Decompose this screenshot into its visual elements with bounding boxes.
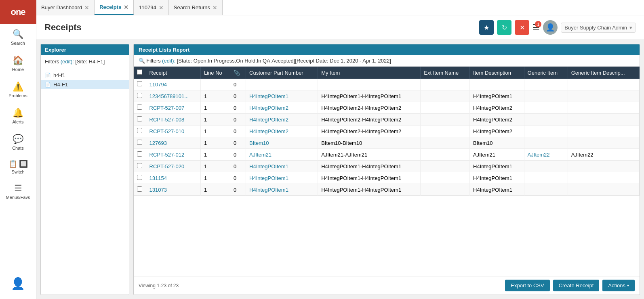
tab-receipts[interactable]: Receipts ✕ (95, 0, 134, 15)
sidebar-item-search-label: Search (11, 41, 25, 46)
generic-item-desc-cell (568, 90, 639, 102)
attachment-cell: 0 (230, 125, 246, 137)
attachment-cell: 0 (230, 184, 246, 196)
generic-item-desc-cell (568, 114, 639, 125)
row-checkbox[interactable] (137, 186, 142, 192)
row-checkbox[interactable] (137, 175, 142, 180)
sidebar-item-problems[interactable]: ⚠️ Problems (0, 77, 36, 103)
user-bottom-icon: 👤 (11, 277, 25, 290)
sidebar-item-chats[interactable]: 💬 Chats (0, 129, 36, 155)
table-row: RCPT-527-01210AJItem21AJItem21-AJItem21A… (134, 149, 640, 161)
row-checkbox[interactable] (137, 116, 142, 121)
receipt-link[interactable]: RCPT-527-012 (149, 152, 185, 158)
receipt-link[interactable]: 123456789101... (149, 93, 189, 99)
sidebar-bottom: 👤 (11, 272, 25, 299)
sidebar-item-home[interactable]: 🏠 Home (0, 50, 36, 77)
menu-button[interactable]: ☰ 1 (532, 23, 540, 32)
item-desc-cell: H4IntegPOItem2 (470, 125, 524, 137)
receipts-table: Receipt Line No 📎 Customer Part Number M… (134, 67, 640, 196)
receipt-link[interactable]: 131154 (149, 175, 167, 181)
tree-item-H4F1-upper[interactable]: 📄 H4-F1 (41, 80, 129, 89)
report-filters-edit[interactable]: (edit): (162, 58, 175, 64)
sidebar-item-menus-label: Menus/Favs (6, 195, 30, 200)
refresh-button[interactable]: ↻ (497, 20, 511, 35)
explorer-filters-edit[interactable]: (edit): (61, 59, 74, 65)
customer-part-link[interactable]: H4IntegPOItem1 (249, 93, 288, 99)
attachment-cell: 0 (230, 102, 246, 114)
item-desc-cell: H4IntegPOItem1 (470, 161, 524, 172)
customer-part-link[interactable]: H4IntegPOItem2 (249, 105, 288, 111)
customer-part-link[interactable]: H4IntegPOItem1 (249, 163, 288, 169)
table-row: RCPT-527-00710H4IntegPOItem2H4IntegPOIte… (134, 102, 640, 114)
line-no-cell: 1 (200, 184, 230, 196)
row-checkbox[interactable] (137, 105, 142, 110)
export-csv-button[interactable]: Export to CSV (505, 280, 549, 291)
customer-part-link[interactable]: H4IntegPOItem1 (249, 175, 288, 181)
report-header: Receipt Lists Report (134, 44, 640, 55)
row-checkbox[interactable] (137, 93, 142, 98)
tree-item-h4f1-lower[interactable]: 📄 h4-f1 (41, 71, 129, 80)
ext-item-cell (421, 114, 470, 125)
report-filter-icon: 🔍 (139, 58, 145, 64)
header-actions: ★ ↻ ✕ ☰ 1 👤 Buyer Supply Chain Admin ▾ (479, 20, 636, 35)
sidebar-item-user-icon[interactable]: 👤 (11, 272, 25, 295)
file-icon-selected: 📄 (45, 82, 51, 88)
file-icon: 📄 (45, 73, 51, 78)
my-item-cell: H4IntegPOItem2-H4IntegPOItem2 (318, 125, 421, 137)
report-footer: Viewing 1-23 of 23 Export to CSV Create … (134, 276, 640, 295)
tab-receipts-close[interactable]: ✕ (124, 4, 128, 10)
row-checkbox[interactable] (137, 163, 142, 168)
row-checkbox[interactable] (137, 151, 142, 157)
explorer-filters-value: [Site: H4-F1] (75, 59, 105, 65)
create-receipt-button[interactable]: Create Receipt (553, 280, 600, 291)
sidebar-item-menus-favs[interactable]: ☰ Menus/Favs (0, 178, 36, 205)
customer-part-link[interactable]: BItem10 (249, 140, 269, 146)
attachment-cell: 0 (230, 172, 246, 184)
receipt-link[interactable]: 110794 (149, 82, 167, 88)
receipt-link[interactable]: RCPT-527-010 (149, 128, 185, 134)
line-no-cell: 1 (200, 102, 230, 114)
generic-item-link[interactable]: AJItem22 (528, 152, 550, 158)
col-generic-item-desc: Generic Item Descrip... (568, 67, 639, 79)
explorer-header: Explorer (41, 44, 129, 55)
star-button[interactable]: ★ (479, 20, 494, 35)
table-row: 1107940 (134, 79, 640, 90)
my-item-cell: AJItem21-AJItem21 (318, 149, 421, 161)
line-no-cell: 1 (200, 161, 230, 172)
chat-icon: 💬 (13, 134, 23, 144)
customer-part-link[interactable]: H4IntegPOItem2 (249, 117, 288, 123)
table-row: RCPT-527-01010H4IntegPOItem2H4IntegPOIte… (134, 125, 640, 137)
customer-part-link[interactable]: H4IntegPOItem1 (249, 187, 288, 193)
receipt-link[interactable]: RCPT-527-008 (149, 117, 185, 123)
tab-search-returns[interactable]: Search Returns ✕ (169, 0, 223, 15)
tab-buyer-dashboard[interactable]: Buyer Dashboard ✕ (36, 0, 95, 15)
tab-110794-close[interactable]: ✕ (159, 5, 164, 10)
receipt-link[interactable]: RCPT-527-007 (149, 105, 185, 111)
select-all-checkbox[interactable] (137, 69, 142, 75)
row-checkbox[interactable] (137, 128, 142, 133)
receipt-link[interactable]: RCPT-527-020 (149, 163, 185, 169)
sidebar-item-search[interactable]: 🔍 Search (0, 24, 36, 50)
sidebar-switch[interactable]: 📋 🔲 Switch (0, 155, 36, 178)
customer-part-link[interactable]: AJItem21 (249, 152, 271, 158)
tab-110794[interactable]: 110794 ✕ (134, 0, 168, 15)
tab-buyer-dashboard-close[interactable]: ✕ (84, 5, 89, 10)
row-checkbox[interactable] (137, 140, 142, 145)
user-dropdown[interactable]: Buyer Supply Chain Admin ▾ (561, 23, 636, 33)
search-icon: 🔍 (13, 29, 23, 40)
line-no-cell: 1 (200, 90, 230, 102)
close-button[interactable]: ✕ (515, 20, 529, 35)
line-no-cell: 1 (200, 125, 230, 137)
table-header-row: Receipt Line No 📎 Customer Part Number M… (134, 67, 640, 79)
receipt-link[interactable]: 131073 (149, 187, 167, 193)
table-body: 1107940123456789101...10H4IntegPOItem1H4… (134, 79, 640, 196)
row-checkbox[interactable] (137, 81, 142, 86)
my-item-cell: H4IntegPOItem1-H4IntegPOItem1 (318, 184, 421, 196)
tab-bar: Buyer Dashboard ✕ Receipts ✕ 110794 ✕ Se… (36, 0, 644, 15)
app-logo: one (0, 0, 36, 24)
receipt-link[interactable]: 127693 (149, 140, 167, 146)
tab-search-returns-close[interactable]: ✕ (213, 5, 217, 10)
sidebar-item-alerts[interactable]: 🔔 Alerts (0, 103, 36, 129)
customer-part-link[interactable]: H4IntegPOItem2 (249, 128, 288, 134)
actions-button[interactable]: Actions ▾ (602, 280, 635, 291)
